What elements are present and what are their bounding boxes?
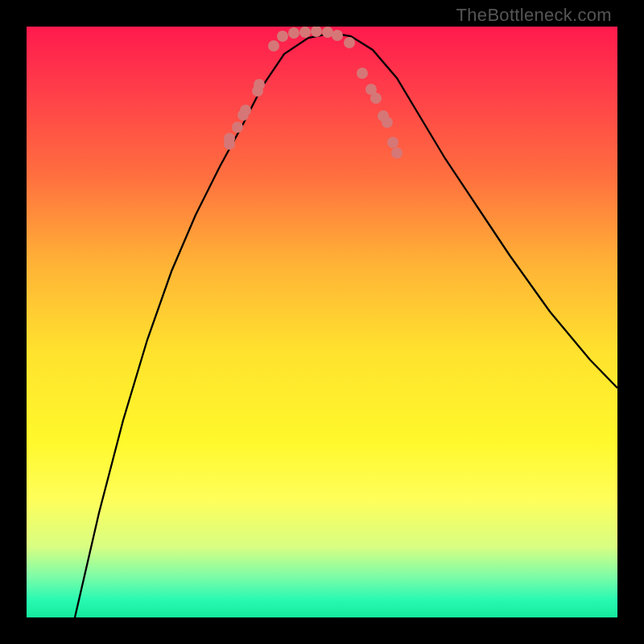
marker-group <box>224 27 402 159</box>
marker-dot <box>232 122 243 133</box>
marker-dot <box>357 68 368 79</box>
plot-area <box>27 27 617 617</box>
marker-dot <box>277 31 288 42</box>
marker-dot <box>391 147 402 159</box>
marker-dot <box>370 93 382 104</box>
marker-dot <box>252 85 263 97</box>
watermark-text: TheBottleneck.com <box>456 5 612 26</box>
marker-dot <box>387 137 398 148</box>
marker-dot <box>288 27 299 39</box>
marker-dot <box>299 27 311 38</box>
marker-dot <box>365 84 377 95</box>
marker-dot <box>311 27 322 37</box>
marker-dot <box>268 40 279 52</box>
marker-dot <box>332 30 343 41</box>
marker-dot <box>254 79 265 90</box>
marker-dot <box>224 138 235 150</box>
bottleneck-curve-svg <box>27 27 617 617</box>
marker-dot <box>224 133 235 144</box>
chart-container: TheBottleneck.com <box>0 0 644 644</box>
marker-dot <box>322 27 333 38</box>
marker-dot <box>344 37 355 48</box>
marker-dot <box>240 105 251 116</box>
marker-dot <box>382 117 393 128</box>
curve-path <box>75 33 617 617</box>
marker-dot <box>378 110 389 122</box>
marker-dot <box>237 109 249 121</box>
